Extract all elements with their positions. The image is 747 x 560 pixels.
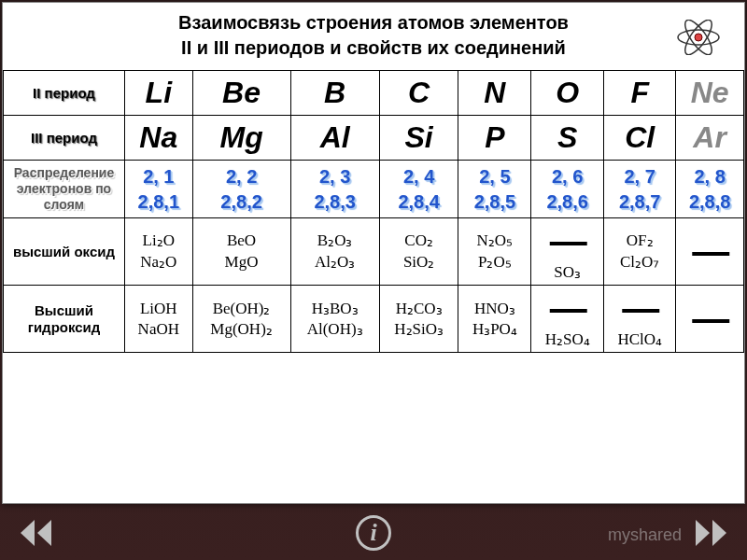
elem-na: Na xyxy=(139,120,177,154)
dist-5-top: 2, 5 xyxy=(460,164,529,189)
elem-mg: Mg xyxy=(219,120,262,154)
info-icon-label: i xyxy=(370,519,376,547)
dist-8-bot: 2,8,8 xyxy=(678,189,741,215)
row-hydroxides: Высший гидроксид LiOHNaOH Be(OH)₂Mg(OH)₂… xyxy=(4,286,744,353)
title-area: Взаимосвязь строения атомов элементов II… xyxy=(3,3,744,66)
hy-5a: HNO₃ xyxy=(460,299,529,319)
hy-3b: Al(OH)₃ xyxy=(293,319,377,340)
ox-7a: OF₂ xyxy=(606,231,673,251)
row-distribution: Распределение электронов по слоям 2, 12,… xyxy=(4,161,744,218)
ox-5b: P₂O₅ xyxy=(460,252,529,273)
ox-1a: Li₂O xyxy=(127,231,190,251)
ox-2a: BeO xyxy=(195,231,289,251)
dist-6-bot: 2,8,6 xyxy=(533,189,601,215)
elem-be: Be xyxy=(222,76,261,109)
ox-2b: MgO xyxy=(195,252,289,273)
row-header-hydroxide: Высший гидроксид xyxy=(4,286,125,353)
ox-3a: B₂O₃ xyxy=(293,231,377,251)
elem-c: C xyxy=(408,76,430,109)
dist-1-top: 2, 1 xyxy=(127,164,190,189)
arrow-right-icon xyxy=(712,520,726,546)
elem-li: Li xyxy=(146,76,172,109)
row-header-oxide: высший оксид xyxy=(4,218,125,286)
row-period-2: II период Li Be B C N O F Ne xyxy=(4,71,744,116)
hy-6b: H₂SO₄ xyxy=(533,329,601,350)
hy-2a: Be(OH)₂ xyxy=(195,299,289,319)
title-line-1: Взаимосвязь строения атомов элементов xyxy=(40,10,707,35)
dist-8-top: 2, 8 xyxy=(678,164,741,189)
ox-4a: CO₂ xyxy=(382,231,457,251)
row-oxides: высший оксид Li₂ONa₂O BeOMgO B₂O₃Al₂O₃ C… xyxy=(4,218,744,286)
dist-2-bot: 2,8,2 xyxy=(195,189,289,215)
ox-8-dash: — xyxy=(678,231,741,273)
svg-point-3 xyxy=(695,34,702,41)
slide-frame: Взаимосвязь строения атомов элементов II… xyxy=(2,2,745,504)
row-header-p3: III период xyxy=(4,116,125,161)
elem-ar: Ar xyxy=(693,120,726,154)
arrow-right-icon xyxy=(696,520,710,546)
hy-1a: LiOH xyxy=(127,299,190,319)
elem-ne: Ne xyxy=(691,76,729,109)
ox-5a: N₂O₅ xyxy=(460,231,529,251)
hy-7-dash: — xyxy=(606,287,673,329)
hy-8-dash: — xyxy=(678,298,741,340)
ox-6-dash: — xyxy=(533,220,601,262)
dist-4-top: 2, 4 xyxy=(382,164,457,189)
dist-4-bot: 2,8,4 xyxy=(382,189,457,215)
ox-4b: SiO₂ xyxy=(382,252,457,273)
dist-5-bot: 2,8,5 xyxy=(460,189,529,215)
elem-si: Si xyxy=(405,120,433,154)
info-button[interactable]: i xyxy=(356,515,391,551)
dist-7-top: 2, 7 xyxy=(606,164,673,189)
hy-2b: Mg(OH)₂ xyxy=(195,319,289,340)
periodic-table: II период Li Be B C N O F Ne III период … xyxy=(3,70,744,353)
dist-3-bot: 2,8,3 xyxy=(293,189,377,215)
row-header-dist: Распределение электронов по слоям xyxy=(4,161,125,218)
arrow-left-icon xyxy=(37,520,51,546)
atom-icon xyxy=(675,20,722,55)
title-line-2: II и III периодов и свойств их соединени… xyxy=(40,35,707,61)
dist-1-bot: 2,8,1 xyxy=(127,189,190,215)
nav-back-button[interactable] xyxy=(21,520,51,546)
nav-forward-button[interactable] xyxy=(696,520,726,546)
arrow-left-icon xyxy=(21,520,35,546)
row-period-3: III период Na Mg Al Si P S Cl Ar xyxy=(4,116,744,161)
hy-6-dash: — xyxy=(533,287,601,329)
watermark-text: myshared xyxy=(608,525,682,545)
elem-cl: Cl xyxy=(625,120,655,154)
ox-6b: SO₃ xyxy=(533,262,601,283)
dist-3-top: 2, 3 xyxy=(293,164,377,189)
elem-al: Al xyxy=(320,120,350,154)
dist-7-bot: 2,8,7 xyxy=(606,189,673,215)
ox-7b: Cl₂O₇ xyxy=(606,252,673,273)
ox-3b: Al₂O₃ xyxy=(293,252,377,273)
hy-4a: H₂CO₃ xyxy=(382,299,457,319)
row-header-p2: II период xyxy=(4,71,125,116)
ox-1b: Na₂O xyxy=(127,252,190,273)
elem-p: P xyxy=(485,120,504,154)
hy-4b: H₂SiO₃ xyxy=(382,319,457,340)
dist-6-top: 2, 6 xyxy=(533,164,601,189)
hy-7b: HClO₄ xyxy=(606,329,673,350)
elem-b: B xyxy=(324,76,345,109)
elem-f: F xyxy=(630,76,649,109)
elem-n: N xyxy=(484,76,505,109)
hy-3a: H₃BO₃ xyxy=(293,299,377,319)
hy-1b: NaOH xyxy=(127,319,190,340)
hy-5b: H₃PO₄ xyxy=(460,319,529,340)
elem-o: O xyxy=(556,76,579,109)
elem-s: S xyxy=(557,120,577,154)
dist-2-top: 2, 2 xyxy=(195,164,289,189)
